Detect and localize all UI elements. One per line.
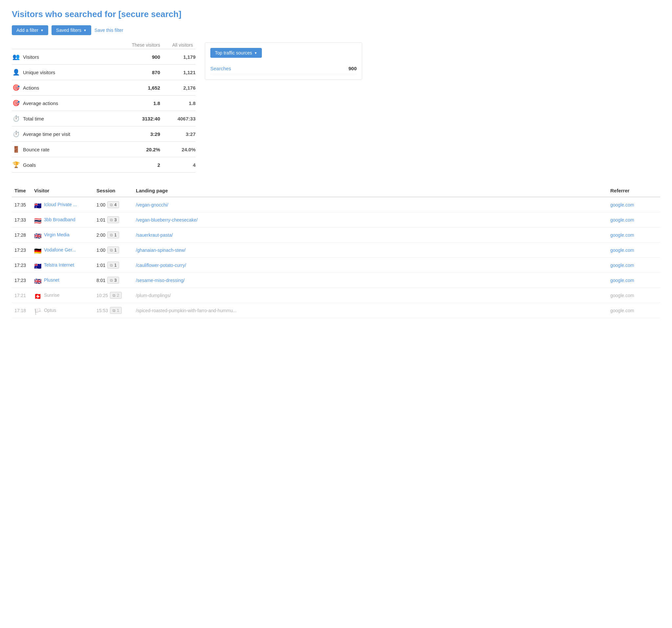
landing-page-link[interactable]: /spiced-roasted-pumpkin-with-farro-and-h… — [136, 308, 237, 313]
referrer: google.com — [608, 258, 660, 273]
session-badge[interactable]: ⧉ 4 — [107, 201, 119, 208]
main-content: These visitors All visitors 👥 Visitors 9… — [12, 42, 660, 173]
landing-page-link[interactable]: /vegan-blueberry-cheesecake/ — [136, 217, 197, 223]
page-title: Visitors who searched for [secure search… — [12, 9, 660, 19]
visitor-time: 17:18 — [12, 303, 31, 318]
visitor-name[interactable]: 3bb Broadband — [44, 217, 75, 222]
stats-value-all: 24.0% — [163, 147, 196, 152]
landing-page-link[interactable]: /vegan-gnocchi/ — [136, 202, 168, 207]
referrer-link[interactable]: google.com — [610, 308, 634, 313]
copy-icon: ⧉ — [110, 278, 113, 283]
table-body: 17:35 🇦🇺 Icloud Private ... 1:00 ⧉ 4 /ve… — [12, 197, 660, 318]
visitor-time: 17:23 — [12, 258, 31, 273]
landing-page: /vegan-blueberry-cheesecake/ — [133, 212, 608, 228]
referrer-link[interactable]: google.com — [610, 217, 634, 223]
visitor-name[interactable]: Sunrise — [44, 293, 59, 298]
session-info: 10:25 ⧉ 2 — [94, 288, 133, 303]
landing-page-link[interactable]: /ghanaian-spinach-stew/ — [136, 248, 186, 253]
stats-row: 👥 Visitors 900 1,179 — [12, 49, 196, 65]
traffic-source-label[interactable]: Searches — [210, 66, 231, 71]
stats-table: 👥 Visitors 900 1,179 👤 Unique visitors 8… — [12, 49, 196, 173]
session-badge[interactable]: ⧉ 1 — [107, 247, 119, 253]
stats-icon: ⏱️ — [12, 130, 20, 138]
stats-value-these: 1.8 — [130, 100, 163, 106]
landing-page-link[interactable]: /sauerkraut-pasta/ — [136, 232, 173, 238]
referrer-link[interactable]: google.com — [610, 293, 634, 298]
stats-label-text: Actions — [23, 85, 39, 91]
landing-page-link[interactable]: /sesame-miso-dressing/ — [136, 278, 185, 283]
stats-value-these: 2 — [130, 162, 163, 168]
stats-header: These visitors All visitors — [12, 42, 196, 48]
country-flag: 🇦🇺 — [34, 202, 41, 207]
copy-icon: ⧉ — [110, 263, 113, 268]
stats-value-these: 900 — [130, 54, 163, 60]
visitor-info: 🇦🇺 Icloud Private ... — [31, 197, 94, 212]
session-info: 8:01 ⧉ 3 — [94, 273, 133, 288]
landing-page-link[interactable]: /cauliflower-potato-curry/ — [136, 263, 186, 268]
session-badge[interactable]: ⧉ 3 — [107, 277, 119, 284]
visitor-name[interactable]: Telstra Internet — [44, 262, 74, 268]
search-term-highlight: [secure search] — [118, 9, 182, 19]
col-all-visitors: All visitors — [163, 42, 196, 48]
stats-label: 🎯 Average actions — [12, 99, 130, 107]
stats-icon: ⏱️ — [12, 115, 20, 122]
visitor-name[interactable]: Vodafone Ger... — [44, 247, 76, 252]
top-traffic-sources-button[interactable]: Top traffic sources ▼ — [210, 48, 262, 58]
visitor-info: 🇨🇭 Sunrise — [31, 288, 94, 303]
stats-label-text: Bounce rate — [23, 147, 50, 152]
stats-icon: 🎯 — [12, 99, 20, 107]
landing-page: /spiced-roasted-pumpkin-with-farro-and-h… — [133, 303, 608, 318]
landing-page: /plum-dumplings/ — [133, 288, 608, 303]
landing-page-link[interactable]: /plum-dumplings/ — [136, 293, 171, 298]
visitor-name[interactable]: Optus — [44, 308, 56, 313]
session-badge[interactable]: ⧉ 1 — [110, 307, 122, 314]
session-count: 1 — [114, 263, 117, 268]
save-filter-button[interactable]: Save this filter — [95, 28, 123, 33]
stats-label: 👤 Unique visitors — [12, 69, 130, 76]
referrer-link[interactable]: google.com — [610, 248, 634, 253]
stats-label: 🚪 Bounce rate — [12, 146, 130, 153]
add-filter-button[interactable]: Add a filter ▼ — [12, 25, 48, 35]
referrer: google.com — [608, 273, 660, 288]
table-col-header: Referrer — [608, 185, 660, 197]
table-row: 17:18 🏳️ Optus 15:53 ⧉ 1 /spiced-roasted… — [12, 303, 660, 318]
stats-value-all: 1,179 — [163, 54, 196, 60]
country-flag: 🇩🇪 — [34, 248, 41, 253]
session-badge[interactable]: ⧉ 2 — [110, 292, 122, 299]
session-badge[interactable]: ⧉ 3 — [107, 216, 119, 223]
session-count: 3 — [114, 217, 117, 222]
referrer-link[interactable]: google.com — [610, 278, 634, 283]
traffic-rows: Searches 900 — [210, 63, 357, 74]
stats-value-these: 1,652 — [130, 85, 163, 91]
stats-value-all: 2,176 — [163, 85, 196, 91]
visitor-name[interactable]: Plusnet — [44, 277, 59, 283]
visitor-info: 🇬🇧 Plusnet — [31, 273, 94, 288]
table-row: 17:33 🇹🇭 3bb Broadband 1:01 ⧉ 3 /vegan-b… — [12, 212, 660, 228]
session-badge[interactable]: ⧉ 1 — [107, 262, 119, 269]
table-row: 17:23 🇬🇧 Plusnet 8:01 ⧉ 3 /sesame-miso-d… — [12, 273, 660, 288]
session-badge[interactable]: ⧉ 1 — [107, 231, 119, 238]
stats-row: 👤 Unique visitors 870 1,121 — [12, 65, 196, 80]
stats-value-these: 870 — [130, 70, 163, 75]
referrer: google.com — [608, 228, 660, 242]
stats-value-these: 3132:40 — [130, 116, 163, 121]
table-col-header: Session — [94, 185, 133, 197]
table-row: 17:35 🇦🇺 Icloud Private ... 1:00 ⧉ 4 /ve… — [12, 197, 660, 212]
visitor-name[interactable]: Icloud Private ... — [44, 202, 77, 207]
stats-label-text: Total time — [23, 116, 44, 121]
country-flag: 🇹🇭 — [34, 217, 41, 223]
table-col-header: Landing page — [133, 185, 608, 197]
landing-page: /ghanaian-spinach-stew/ — [133, 242, 608, 258]
stats-icon: 🎯 — [12, 84, 20, 91]
visitor-name[interactable]: Virgin Media — [44, 232, 70, 237]
referrer-link[interactable]: google.com — [610, 263, 634, 268]
country-flag: 🏳️ — [34, 308, 41, 313]
referrer-link[interactable]: google.com — [610, 202, 634, 207]
referrer-link[interactable]: google.com — [610, 232, 634, 238]
stats-label-text: Average actions — [23, 100, 58, 106]
copy-icon: ⧉ — [110, 233, 113, 237]
saved-filters-button[interactable]: Saved filters ▼ — [51, 25, 91, 35]
landing-page: /sauerkraut-pasta/ — [133, 228, 608, 242]
referrer: google.com — [608, 212, 660, 228]
referrer: google.com — [608, 288, 660, 303]
